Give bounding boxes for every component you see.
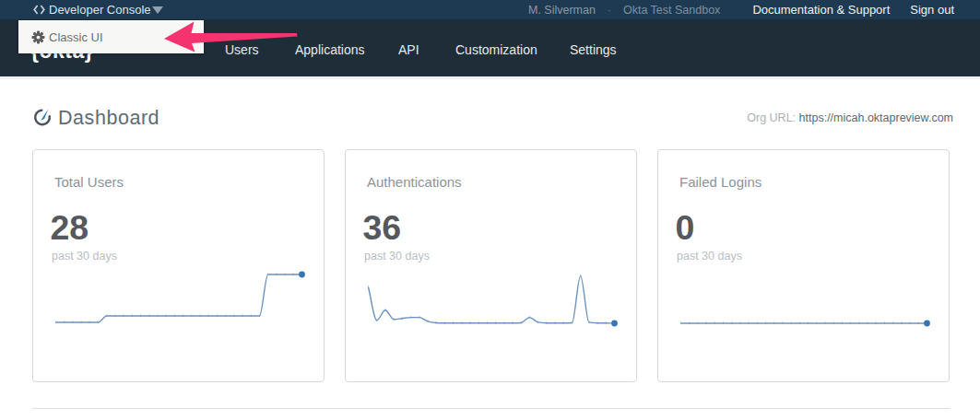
nav-item-settings[interactable]: Settings [570, 43, 617, 56]
card-caption: past 30 days [677, 250, 742, 262]
card-total-users: Total Users 28 past 30 days [32, 149, 325, 382]
card-caption: past 30 days [52, 250, 117, 262]
sparkline-chart [680, 263, 927, 328]
nav-item-applications[interactable]: Applications [295, 43, 365, 56]
bottom-divider [32, 408, 950, 409]
menu-item-classic-ui-label: Classic UI [49, 30, 103, 44]
user-name: M. Silverman [528, 4, 596, 17]
documentation-support-link[interactable]: Documentation & Support [752, 3, 890, 17]
card-value: 36 [363, 211, 402, 245]
code-brackets-icon [33, 5, 45, 15]
card-authentications: Authentications 36 past 30 days [345, 149, 637, 382]
console-switcher-dropdown: Classic UI [18, 20, 204, 53]
card-title: Failed Logins [679, 174, 762, 190]
okta-developer-console: Developer Console M. Silverman · Okta Te… [0, 0, 980, 420]
org-url-label: Org URL: [747, 111, 796, 124]
sparkline-chart [55, 263, 302, 328]
nav-item-customization[interactable]: Customization [455, 43, 537, 56]
sparkline-chart [368, 263, 615, 328]
card-caption: past 30 days [364, 250, 430, 262]
card-value: 28 [51, 211, 89, 245]
console-switcher-button[interactable]: Developer Console [33, 3, 163, 17]
top-bar: Developer Console M. Silverman · Okta Te… [0, 0, 980, 19]
sign-out-link[interactable]: Sign out [910, 3, 954, 17]
card-title: Authentications [367, 174, 462, 190]
topbar-links: Documentation & Support Sign out [752, 0, 954, 19]
card-failed-logins: Failed Logins 0 past 30 days [657, 149, 950, 382]
org-url: Org URL: https://micah.oktapreview.com [747, 111, 953, 124]
nav-item-api[interactable]: API [398, 43, 419, 56]
menu-item-classic-ui[interactable]: Classic UI [31, 30, 103, 44]
separator-dot: · [608, 4, 611, 17]
caret-down-icon [152, 6, 163, 14]
org-name: Okta Test Sandbox [623, 4, 720, 17]
console-switcher-label: Developer Console [49, 3, 151, 17]
dashboard-metric-cards: Total Users 28 past 30 days Authenticati… [32, 149, 950, 382]
page-title: Dashboard [58, 107, 159, 129]
nav-item-users[interactable]: Users [225, 43, 259, 56]
navbar-bottom-edge [0, 76, 980, 79]
gauge-icon [32, 107, 53, 127]
card-value: 0 [676, 211, 695, 245]
topbar-user-info: M. Silverman · Okta Test Sandbox [528, 0, 720, 19]
org-url-value: https://micah.oktapreview.com [799, 111, 953, 124]
card-title: Total Users [54, 174, 124, 190]
gear-icon [31, 30, 45, 44]
